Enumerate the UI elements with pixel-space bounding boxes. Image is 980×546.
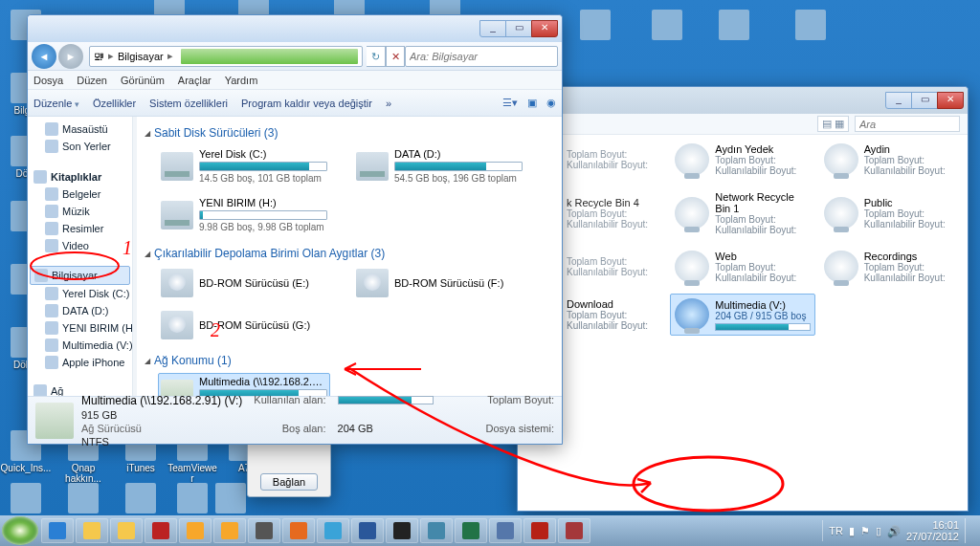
nav-drive[interactable]: YENI BIRIM (H:) xyxy=(30,319,130,337)
desktop-icon[interactable] xyxy=(569,10,621,42)
menu-görünüm[interactable]: Görünüm xyxy=(121,75,165,86)
search-input[interactable] xyxy=(405,46,558,67)
drive-item[interactable]: BD-ROM Sürücüsü (F:) xyxy=(353,266,525,300)
taskbar-app-cam[interactable] xyxy=(248,518,280,543)
taskbar-app-itunes[interactable] xyxy=(317,518,349,543)
nav-lib[interactable]: Müzik xyxy=(30,203,130,220)
taskbar-app-live[interactable] xyxy=(213,518,246,543)
address-progress xyxy=(181,49,358,64)
section-header[interactable]: Ağ Konumu (1) xyxy=(145,350,554,371)
desktop-icon[interactable] xyxy=(708,10,760,42)
section-header[interactable]: Çıkarılabilir Depolama Birimi Olan Aygıt… xyxy=(145,243,554,264)
clock-date[interactable]: 27/07/2012 xyxy=(906,531,959,542)
minimize-button[interactable]: _ xyxy=(885,92,912,109)
network-share-item[interactable]: RecordingsToplam Boyut:Kullanılabilir Bo… xyxy=(819,246,964,288)
clock-time[interactable]: 16:01 xyxy=(906,519,959,531)
net-drive-icon xyxy=(161,380,193,397)
search-input[interactable] xyxy=(855,116,960,132)
nav-drive[interactable]: Multimedia (V:) xyxy=(30,337,130,354)
close-button[interactable]: ✕ xyxy=(531,20,558,37)
taskbar-app-ff[interactable] xyxy=(282,518,315,543)
taskbar-app-acc[interactable] xyxy=(558,518,590,543)
menu-araçlar[interactable]: Araçlar xyxy=(178,75,212,86)
help-icon[interactable]: ◉ xyxy=(546,97,556,109)
tray-action-icon[interactable]: ⚑ xyxy=(860,525,870,537)
titlebar[interactable]: _ ▭ ✕ xyxy=(28,15,562,42)
taskbar-app-ie[interactable] xyxy=(41,518,74,543)
maximize-button[interactable]: ▭ xyxy=(505,20,532,37)
refresh-button[interactable]: ↻ xyxy=(367,46,386,67)
connect-dialog: Bağlan xyxy=(247,442,331,497)
menu-yardım[interactable]: Yardım xyxy=(225,75,258,86)
overflow-button[interactable]: » xyxy=(386,98,391,109)
drive-item[interactable]: Yerel Disk (C:)14.5 GB boş, 101 GB topla… xyxy=(158,145,330,186)
stop-button[interactable]: ✕ xyxy=(386,46,405,67)
drive-item[interactable]: Multimedia (\\192.168.2.91) (V:)204 GB b… xyxy=(158,373,330,396)
preview-pane-icon[interactable]: ▣ xyxy=(527,97,537,109)
network-share-item[interactable]: Aydın YedekToplam Boyut:Kullanılabilir B… xyxy=(670,139,814,181)
desktop-icon[interactable] xyxy=(0,483,52,515)
nav-lib[interactable]: Video xyxy=(30,237,130,254)
nav-fav[interactable]: Masaüstü xyxy=(30,120,130,138)
connect-button[interactable]: Bağlan xyxy=(260,473,318,491)
tray-volume-icon[interactable]: 🔊 xyxy=(887,525,901,537)
command-bar: Düzenle Özellikler Sistem özellikleri Pr… xyxy=(28,90,562,117)
hdd-drive-icon xyxy=(161,201,193,229)
properties-button[interactable]: Özellikler xyxy=(93,98,136,109)
lang-indicator[interactable]: TR xyxy=(829,525,843,536)
nav-drive[interactable]: Yerel Disk (C:) xyxy=(30,285,130,302)
taskbar-app-snip[interactable] xyxy=(420,518,453,543)
nav-lib[interactable]: Belgeler xyxy=(30,186,130,203)
nav-fav[interactable]: Son Yerler xyxy=(30,138,130,155)
address-segment[interactable]: Bilgisayar xyxy=(118,51,164,62)
maximize-button[interactable]: ▭ xyxy=(911,92,938,109)
minimize-button[interactable]: _ xyxy=(479,20,506,37)
taskbar-app-cmd[interactable] xyxy=(386,518,418,543)
titlebar[interactable]: _ ▭ ✕ xyxy=(518,87,968,114)
taskbar-app-far[interactable] xyxy=(489,518,522,543)
uninstall-button[interactable]: Program kaldır veya değiştir xyxy=(241,98,372,109)
nav-lib[interactable]: Resimler xyxy=(30,220,130,237)
taskbar-app-olk[interactable] xyxy=(179,518,212,543)
menu-düzen[interactable]: Düzen xyxy=(77,75,107,86)
menu-dosya[interactable]: Dosya xyxy=(33,75,63,86)
forward-button[interactable]: ► xyxy=(58,44,83,69)
network-share-item[interactable]: AydinToplam Boyut:Kullanılabilir Boyut: xyxy=(819,139,964,181)
address-bar[interactable]: 🖳 ▸ Bilgisayar ▸ xyxy=(89,46,363,67)
nav-computer[interactable]: Bilgisayar xyxy=(30,266,130,285)
tray-network-icon[interactable]: ▯ xyxy=(876,525,881,537)
network-share-item[interactable]: PublicToplam Boyut:Kullanılabilir Boyut: xyxy=(819,186,964,240)
section-header[interactable]: Sabit Disk Sürücüleri (3) xyxy=(145,122,554,143)
start-button[interactable] xyxy=(2,516,38,545)
view-options-icon[interactable]: ☰▾ xyxy=(502,97,518,109)
system-properties-button[interactable]: Sistem özellikleri xyxy=(149,98,228,109)
taskbar-app-folder[interactable] xyxy=(110,518,143,543)
close-button[interactable]: ✕ xyxy=(937,92,964,109)
network-share-item[interactable]: Multimedia (V:)204 GB / 915 GB boş xyxy=(670,294,814,336)
taskbar-app-folder[interactable] xyxy=(76,518,108,543)
tray-flag-icon[interactable]: ▮ xyxy=(849,525,855,537)
desktop-icon[interactable] xyxy=(785,10,836,42)
menu-bar: DosyaDüzenGörünümAraçlarYardım xyxy=(28,71,562,90)
nav-libraries[interactable]: Kitaplıklar xyxy=(30,166,130,186)
taskbar-app-pdf[interactable] xyxy=(523,518,556,543)
hdd-drive-icon xyxy=(356,152,389,181)
back-button[interactable]: ◄ xyxy=(32,44,56,69)
view-toggle-icon[interactable]: ▤ ▦ xyxy=(817,116,849,132)
nav-drive[interactable]: Apple iPhone xyxy=(30,354,130,371)
drive-item[interactable]: BD-ROM Sürücüsü (G:) xyxy=(158,308,330,342)
taskbar-app-excel[interactable] xyxy=(455,518,487,543)
show-desktop-button[interactable] xyxy=(965,518,972,543)
network-share-item[interactable]: Network Recycle Bin 1Toplam Boyut:Kullan… xyxy=(670,186,814,240)
taskbar-app-word[interactable] xyxy=(351,518,384,543)
desktop-icon[interactable] xyxy=(641,10,693,42)
organize-menu[interactable]: Düzenle xyxy=(33,98,79,109)
drive-item[interactable]: BD-ROM Sürücüsü (E:) xyxy=(158,266,330,300)
nav-drive[interactable]: DATA (D:) xyxy=(30,302,130,319)
network-drive-icon xyxy=(35,403,74,439)
drive-item[interactable]: YENI BIRIM (H:)9.98 GB boş, 9.98 GB topl… xyxy=(158,194,330,235)
system-tray: TR ▮ ⚑ ▯ 🔊 16:01 27/07/2012 xyxy=(816,518,978,543)
network-share-item[interactable]: WebToplam Boyut:Kullanılabilir Boyut: xyxy=(670,246,814,288)
taskbar-app-fz[interactable] xyxy=(145,518,177,543)
drive-item[interactable]: DATA (D:)54.5 GB boş, 196 GB toplam xyxy=(353,145,525,186)
